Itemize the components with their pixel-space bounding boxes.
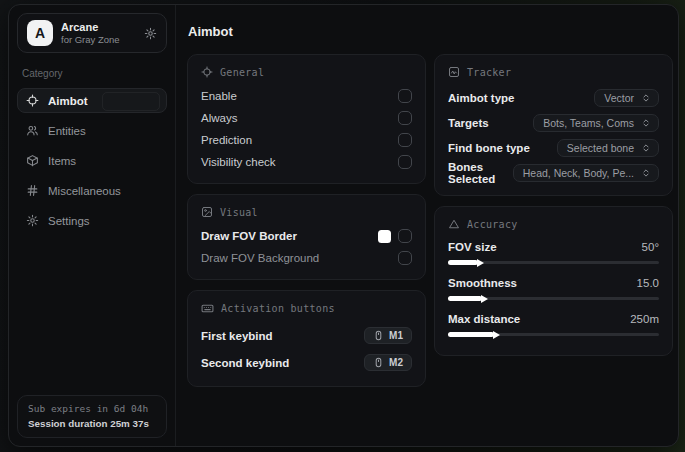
dropdown-value: Bots, Teams, Coms — [543, 117, 634, 129]
fov-size-slider[interactable] — [448, 261, 659, 264]
brand-card: A Arcane for Gray Zone — [17, 13, 167, 53]
card-title: Activation buttons — [221, 303, 335, 314]
category-label: Category — [22, 68, 162, 79]
smoothness-slider[interactable] — [448, 297, 659, 300]
keybind-value: M1 — [389, 330, 403, 341]
app-name: Arcane — [61, 21, 120, 34]
card-title: Accuracy — [467, 219, 518, 230]
brand-text: Arcane for Gray Zone — [61, 21, 120, 46]
setting-label: Aimbot type — [448, 92, 514, 104]
sidebar-item-settings[interactable]: Settings — [17, 208, 167, 233]
users-icon — [26, 124, 39, 137]
keybind-value: M2 — [389, 357, 403, 368]
setting-label: Always — [201, 112, 237, 124]
sidebar-item-label: Aimbot — [48, 95, 88, 107]
first-keybind-button[interactable]: M1 — [364, 327, 412, 344]
card-title: General — [220, 67, 264, 78]
max-distance-slider[interactable] — [448, 333, 659, 336]
draw-fov-background-checkbox[interactable] — [398, 251, 412, 265]
fov-size-value: 50° — [642, 241, 659, 253]
always-checkbox[interactable] — [398, 111, 412, 125]
left-column: General Enable Always Prediction — [187, 54, 426, 387]
visibility-check-checkbox[interactable] — [398, 155, 412, 169]
dropdown-value: Head, Neck, Body, Pe... — [523, 167, 634, 179]
hash-icon — [26, 184, 39, 197]
find-bone-type-dropdown[interactable]: Selected bone — [557, 139, 659, 157]
setting-label: Second keybind — [201, 357, 289, 369]
sidebar-item-items[interactable]: Items — [17, 148, 167, 173]
activation-buttons-card: Activation buttons First keybind M1 Seco… — [187, 290, 426, 387]
app-subtitle: for Gray Zone — [61, 34, 120, 46]
sidebar-item-label: Settings — [48, 215, 90, 227]
page-title: Aimbot — [188, 24, 673, 39]
sidebar-item-label: Miscellaneous — [48, 185, 121, 197]
sidebar-item-miscellaneous[interactable]: Miscellaneous — [17, 178, 167, 203]
bones-selected-dropdown[interactable]: Head, Neck, Body, Pe... — [513, 164, 659, 182]
setting-label: Bones Selected — [448, 161, 513, 185]
slider-fill — [448, 260, 478, 265]
chevrons-up-down-icon — [641, 168, 651, 178]
slider-row-max-distance: Max distance 250m — [448, 309, 659, 328]
second-keybind-button[interactable]: M2 — [364, 354, 412, 371]
sidebar-item-aimbot[interactable]: Aimbot — [17, 88, 167, 113]
keyboard-icon — [201, 302, 214, 315]
setting-label: First keybind — [201, 330, 273, 342]
setting-label: Max distance — [448, 313, 520, 325]
smoothness-value: 15.0 — [637, 277, 659, 289]
chevrons-up-down-icon — [641, 143, 651, 153]
prediction-checkbox[interactable] — [398, 133, 412, 147]
setting-label: FOV size — [448, 241, 497, 253]
setting-row-aimbot-type: Aimbot type Vector — [448, 85, 659, 110]
max-distance-value: 250m — [630, 313, 659, 325]
activation-card-header: Activation buttons — [201, 302, 412, 315]
visual-card: Visual Draw FOV Border Draw FOV Backgrou… — [187, 194, 426, 280]
subscription-info-card: Sub expires in 6d 04h Session duration 2… — [17, 395, 167, 438]
dropdown-value: Selected bone — [567, 142, 634, 154]
slider-row-fov-size: FOV size 50° — [448, 237, 659, 256]
card-title: Tracker — [467, 67, 511, 78]
main-content: Aimbot General Enable — [176, 5, 679, 446]
slider-fill — [448, 296, 482, 301]
setting-row-bones-selected: Bones Selected Head, Neck, Body, Pe... — [448, 160, 659, 185]
setting-row-second-keybind: Second keybind M2 — [201, 349, 412, 376]
draw-fov-border-checkbox[interactable] — [398, 229, 412, 243]
targets-dropdown[interactable]: Bots, Teams, Coms — [533, 114, 659, 132]
watermark-ghost — [102, 92, 160, 111]
setting-label: Draw FOV Background — [201, 252, 319, 264]
enable-checkbox[interactable] — [398, 89, 412, 103]
aimbot-type-dropdown[interactable]: Vector — [594, 89, 659, 107]
setting-row-prediction: Prediction — [201, 129, 412, 151]
visual-card-header: Visual — [201, 206, 412, 218]
setting-label: Draw FOV Border — [201, 230, 297, 242]
setting-label: Enable — [201, 90, 237, 102]
general-card-header: General — [201, 66, 412, 78]
gear-icon — [26, 214, 39, 227]
package-icon — [26, 154, 39, 167]
sidebar-item-label: Entities — [48, 125, 86, 137]
setting-label: Prediction — [201, 134, 252, 146]
crosshair-icon — [201, 66, 213, 78]
setting-label: Find bone type — [448, 142, 530, 154]
tracker-card-header: Tracker — [448, 66, 659, 78]
app-window: A Arcane for Gray Zone Category Aimbot — [8, 4, 679, 447]
setting-label: Visibility check — [201, 156, 276, 168]
sidebar-item-label: Items — [48, 155, 76, 167]
setting-row-first-keybind: First keybind M1 — [201, 322, 412, 349]
triangle-icon — [448, 218, 460, 230]
session-duration-text: Session duration 25m 37s — [28, 418, 156, 429]
chevrons-up-down-icon — [641, 118, 651, 128]
accuracy-card-header: Accuracy — [448, 218, 659, 230]
setting-label: Targets — [448, 117, 489, 129]
mouse-icon — [373, 330, 384, 341]
sidebar-nav: Aimbot Entities Items Miscellaneous — [17, 88, 167, 233]
setting-label: Smoothness — [448, 277, 517, 289]
fov-border-color-swatch[interactable] — [378, 230, 391, 243]
app-logo: A — [27, 20, 53, 46]
gear-icon[interactable] — [144, 27, 157, 40]
sub-expires-text: Sub expires in 6d 04h — [28, 403, 156, 414]
setting-row-visibility-check: Visibility check — [201, 151, 412, 173]
sidebar-item-entities[interactable]: Entities — [17, 118, 167, 143]
general-card: General Enable Always Prediction — [187, 54, 426, 184]
setting-row-always: Always — [201, 107, 412, 129]
mouse-icon — [373, 357, 384, 368]
